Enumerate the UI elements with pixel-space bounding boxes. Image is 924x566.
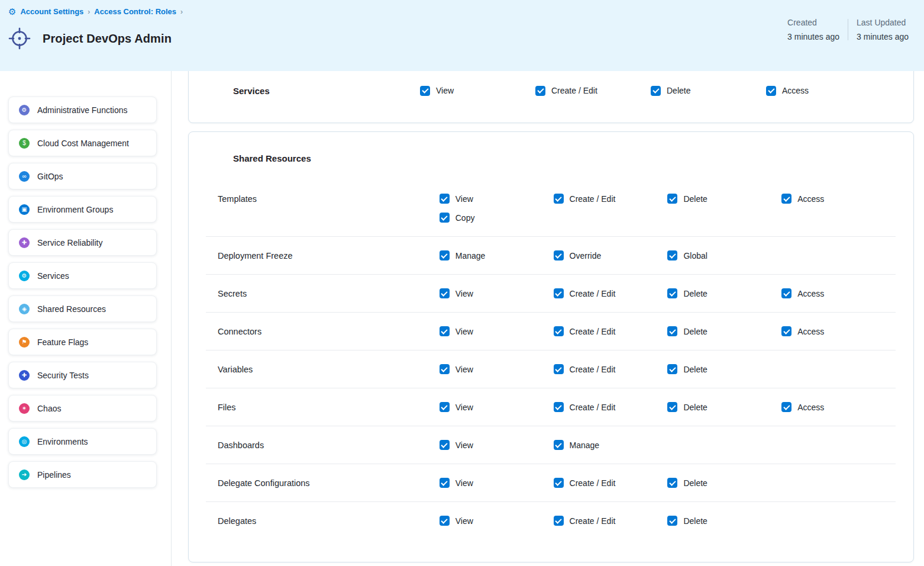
checkbox-checked-icon[interactable] [667, 194, 677, 204]
permission-view[interactable]: View [440, 516, 554, 526]
permission-copy[interactable]: Copy [440, 213, 554, 223]
permission-view[interactable]: View [420, 86, 535, 96]
sidebar-item-services[interactable]: ⚙Services [8, 262, 157, 289]
permission-delete[interactable]: Delete [651, 86, 766, 96]
shared-resources-icon: ◈ [207, 150, 222, 166]
permission-delete[interactable]: Delete [667, 402, 781, 412]
checkbox-checked-icon[interactable] [554, 402, 564, 412]
permission-delete[interactable]: Delete [667, 326, 781, 336]
permission-view[interactable]: View [440, 194, 554, 204]
permission-access[interactable]: Access [781, 194, 896, 204]
sidebar-item-label: Security Tests [37, 371, 89, 380]
permission-access[interactable]: Access [766, 86, 881, 96]
sidebar-item-administrative-functions[interactable]: ⚙Administrative Functions [8, 97, 157, 123]
permission-create-edit[interactable]: Create / Edit [554, 326, 668, 336]
checkbox-checked-icon[interactable] [667, 402, 677, 412]
sidebar-item-cloud-cost-management[interactable]: $Cloud Cost Management [8, 130, 157, 156]
permission-label: Create / Edit [570, 365, 616, 374]
checkbox-checked-icon[interactable] [440, 516, 450, 526]
permission-create-edit[interactable]: Create / Edit [554, 516, 668, 526]
permission-override[interactable]: Override [554, 250, 668, 261]
permission-view[interactable]: View [440, 288, 554, 298]
permission-create-edit[interactable]: Create / Edit [554, 402, 668, 412]
breadcrumb-link-access-control-roles[interactable]: Access Control: Roles [94, 7, 176, 16]
sidebar-item-pipelines[interactable]: ➔Pipelines [8, 461, 157, 488]
permission-label: View [455, 194, 473, 204]
permission-access[interactable]: Access [781, 402, 896, 412]
permission-create-edit[interactable]: Create / Edit [554, 364, 668, 374]
checkbox-checked-icon[interactable] [440, 213, 450, 223]
sidebar-item-service-reliability[interactable]: ✚Service Reliability [8, 229, 157, 256]
permission-column: Delete [667, 516, 781, 526]
permission-delete[interactable]: Delete [667, 364, 781, 374]
permission-view[interactable]: View [440, 364, 554, 374]
checkbox-checked-icon[interactable] [667, 516, 677, 526]
permission-manage[interactable]: Manage [554, 440, 668, 450]
permission-view[interactable]: View [440, 326, 554, 336]
permission-label: Access [797, 289, 824, 298]
sidebar-item-label: Chaos [37, 404, 61, 413]
permission-delete[interactable]: Delete [667, 478, 781, 488]
sidebar-item-environment-groups[interactable]: ▣Environment Groups [8, 196, 157, 223]
feature-flags-icon: ⚑ [19, 337, 30, 348]
checkbox-checked-icon[interactable] [554, 440, 564, 450]
checkbox-checked-icon[interactable] [651, 86, 661, 96]
permission-create-edit[interactable]: Create / Edit [554, 194, 668, 204]
checkbox-checked-icon[interactable] [667, 364, 677, 374]
permission-view[interactable]: View [440, 440, 554, 450]
permission-create-edit[interactable]: Create / Edit [554, 478, 668, 488]
permission-delete[interactable]: Delete [667, 516, 781, 526]
permission-column: Override [554, 250, 668, 261]
sidebar-item-shared-resources[interactable]: ◈Shared Resources [8, 295, 157, 322]
sidebar-item-label: Environment Groups [37, 205, 113, 214]
checkbox-checked-icon[interactable] [554, 478, 564, 488]
checkbox-checked-icon[interactable] [667, 288, 677, 298]
checkbox-checked-icon[interactable] [440, 326, 450, 336]
checkbox-checked-icon[interactable] [440, 288, 450, 298]
permission-label: View [455, 289, 473, 298]
sidebar-item-security-tests[interactable]: ✚Security Tests [8, 362, 157, 388]
checkbox-checked-icon[interactable] [440, 250, 450, 261]
permission-manage[interactable]: Manage [440, 250, 554, 261]
permission-delete[interactable]: Delete [667, 194, 781, 204]
checkbox-checked-icon[interactable] [554, 516, 564, 526]
permission-view[interactable]: View [440, 478, 554, 488]
sidebar-item-label: Services [37, 271, 69, 281]
checkbox-checked-icon[interactable] [667, 250, 677, 261]
checkbox-checked-icon[interactable] [554, 288, 564, 298]
checkbox-checked-icon[interactable] [440, 402, 450, 412]
checkbox-checked-icon[interactable] [535, 86, 545, 96]
checkbox-checked-icon[interactable] [667, 478, 677, 488]
permission-create-edit[interactable]: Create / Edit [535, 86, 651, 96]
sidebar-item-chaos[interactable]: ✶Chaos [8, 395, 157, 422]
permission-view[interactable]: View [440, 402, 554, 412]
checkbox-checked-icon[interactable] [440, 364, 450, 374]
sidebar-item-gitops[interactable]: ∞GitOps [8, 163, 157, 189]
checkbox-checked-icon[interactable] [781, 288, 791, 298]
checkbox-checked-icon[interactable] [667, 326, 677, 336]
checkbox-checked-icon[interactable] [440, 440, 450, 450]
checkbox-checked-icon[interactable] [766, 86, 776, 96]
checkbox-checked-icon[interactable] [781, 194, 791, 204]
permission-access[interactable]: Access [781, 288, 896, 298]
checkbox-checked-icon[interactable] [440, 194, 450, 204]
checkbox-checked-icon[interactable] [781, 326, 791, 336]
permission-label: Create / Edit [570, 478, 616, 488]
permission-delete[interactable]: Delete [667, 288, 781, 298]
permission-global[interactable]: Global [667, 250, 781, 261]
checkbox-checked-icon[interactable] [554, 326, 564, 336]
permission-access[interactable]: Access [781, 326, 896, 336]
breadcrumb-link-account-settings[interactable]: Account Settings [20, 7, 83, 16]
checkbox-checked-icon[interactable] [554, 194, 564, 204]
sidebar-item-feature-flags[interactable]: ⚑Feature Flags [8, 329, 157, 355]
permission-label: Access [797, 194, 824, 204]
checkbox-checked-icon[interactable] [781, 402, 791, 412]
checkbox-checked-icon[interactable] [440, 478, 450, 488]
permission-label: Manage [570, 440, 600, 450]
permission-create-edit[interactable]: Create / Edit [554, 288, 668, 298]
checkbox-checked-icon[interactable] [554, 250, 564, 261]
checkbox-checked-icon[interactable] [420, 86, 430, 96]
sidebar-item-environments[interactable]: ◎Environments [8, 428, 157, 455]
shared-resources-card: ◈ Shared Resources TemplatesViewCopyCrea… [188, 131, 914, 562]
checkbox-checked-icon[interactable] [554, 364, 564, 374]
